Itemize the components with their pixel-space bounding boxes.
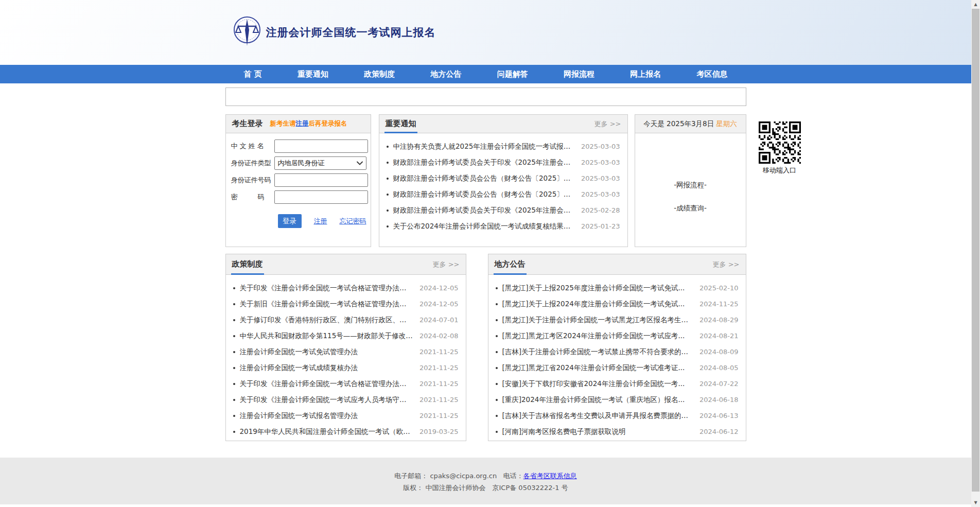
- policy-link[interactable]: 关于印发《注册会计师全国统一考试合格证管理办法》的通知: [240, 284, 413, 293]
- local-list-item: [重庆]2024年注册会计师全国统一考试（重庆地区）报名... 2024-06-…: [496, 392, 739, 408]
- notice-list-item: 财政部注册会计师考试委员会公告（财考公告〔2025〕1号... 2025-03-…: [387, 170, 620, 186]
- contact-info-link[interactable]: 各省考区联系信息: [523, 472, 577, 480]
- weekday-text: 星期六: [716, 119, 737, 128]
- local-link[interactable]: [吉林]关于吉林省报名考生交费以及申请开具报名费票据的通...: [502, 411, 693, 421]
- local-link[interactable]: [黑龙江]关于上报2025年度注册会计师全国统一考试免试...: [502, 284, 693, 293]
- score-query-link[interactable]: -成绩查询-: [635, 204, 746, 213]
- policy-date: 2024-07-01: [419, 316, 459, 324]
- local-date: 2024-06-18: [699, 396, 739, 404]
- policy-link[interactable]: 2019年中华人民共和国注册会计师全国统一考试（欧洲考区...: [240, 427, 413, 436]
- local-title: 地方公告: [495, 259, 526, 269]
- register-inline-link[interactable]: 注册: [296, 119, 309, 127]
- bullet-icon: [496, 383, 498, 385]
- policy-link[interactable]: 中华人民共和国财政部令第115号——财政部关于修改《...: [240, 331, 413, 341]
- id-number-label: 身份证件号码: [230, 176, 274, 185]
- name-input[interactable]: [274, 139, 368, 153]
- bullet-icon: [233, 287, 235, 289]
- notice-list-item: 中注协有关负责人就2025年注册会计师全国统一考试报名相... 2025-03-…: [387, 138, 620, 154]
- nav-item[interactable]: 重要通知: [297, 69, 328, 79]
- policy-link[interactable]: 关于新旧《注册会计师全国统一考试合格证管理办法》有关衔接...: [240, 300, 413, 309]
- forgot-password-link[interactable]: 忘记密码: [340, 217, 366, 226]
- local-date: 2024-06-12: [699, 428, 739, 435]
- local-list-item: [黑龙江]黑龙江考区2024年注册会计师全国统一考试应考... 2024-08-…: [496, 328, 739, 344]
- today-date: 今天是 2025年3月8日星期六: [643, 119, 737, 129]
- bullet-icon: [387, 209, 389, 212]
- local-link[interactable]: [重庆]2024年注册会计师全国统一考试（重庆地区）报名...: [502, 395, 693, 405]
- policy-more-link[interactable]: 更多 >>: [433, 260, 460, 269]
- local-link[interactable]: [黑龙江]关于上报2024年度注册会计师全国统一考试免试...: [502, 300, 693, 309]
- id-type-select[interactable]: 内地居民身份证: [274, 156, 366, 170]
- local-link[interactable]: [吉林]关于注册会计师全国统一考试禁止携带不符合要求的计...: [502, 347, 693, 357]
- policy-link[interactable]: 注册会计师全国统一考试成绩复核办法: [240, 363, 413, 373]
- policy-link[interactable]: 关于修订印发《香港特别行政区、澳门特别行政区、台湾地区居...: [240, 316, 413, 325]
- nav-item[interactable]: 网上报名: [630, 69, 661, 79]
- login-panel: 考生登录 新考生请注册后再登录报名 中 文 姓 名 身份证件类型 内地居民身份证: [225, 114, 371, 247]
- nav-item[interactable]: 考区信息: [696, 69, 727, 79]
- password-input[interactable]: [274, 190, 368, 204]
- nav-item[interactable]: 地方公告: [430, 69, 461, 79]
- local-list-item: [河南]河南考区报名费电子票据获取说明 2024-06-12: [496, 424, 739, 440]
- bullet-icon: [496, 431, 498, 433]
- bullet-icon: [496, 287, 498, 289]
- nav-item[interactable]: 首 页: [244, 69, 262, 79]
- policy-link[interactable]: 注册会计师全国统一考试免试管理办法: [240, 347, 413, 357]
- bullet-icon: [496, 367, 498, 369]
- policy-date: 2024-12-05: [419, 284, 459, 292]
- local-link[interactable]: [河南]河南考区报名费电子票据获取说明: [502, 427, 693, 436]
- notice-link[interactable]: 财政部注册会计师考试委员会公告（财考公告〔2025〕1号...: [393, 174, 575, 183]
- scrollbar-thumb[interactable]: [972, 9, 979, 492]
- policy-link[interactable]: 关于印发《注册会计师全国统一考试应考人员考场守则》的通知: [240, 395, 413, 405]
- bullet-icon: [387, 194, 389, 196]
- exam-flow-link[interactable]: -网报流程-: [635, 181, 746, 190]
- id-number-input[interactable]: [274, 173, 368, 187]
- nav-item[interactable]: 政策制度: [364, 69, 395, 79]
- bullet-icon: [233, 383, 235, 385]
- bullet-icon: [233, 303, 235, 305]
- nav-item[interactable]: 问题解答: [497, 69, 528, 79]
- policy-list-item: 中华人民共和国财政部令第115号——财政部关于修改《... 2024-02-08: [233, 328, 459, 344]
- main-nav: 首 页 重要通知 政策制度 地方公告 问题解答 网报流程 网上报名 考区信息: [0, 65, 971, 83]
- local-link[interactable]: [黑龙江]黑龙江省2024年注册会计师全国统一考试准考证...: [502, 363, 693, 373]
- local-link[interactable]: [黑龙江]黑龙江考区2024年注册会计师全国统一考试应考...: [502, 331, 693, 341]
- bullet-icon: [496, 319, 498, 321]
- bullet-icon: [496, 303, 498, 305]
- password-label: 密 码: [230, 193, 274, 202]
- notices-more-link[interactable]: 更多 >>: [594, 119, 621, 129]
- policy-link[interactable]: 关于印发《注册会计师全国统一考试合格证管理办法》的通知: [240, 379, 413, 389]
- local-link[interactable]: [黑龙江]关于注册会计师全国统一考试黑龙江考区报名考生申...: [502, 316, 693, 325]
- local-more-link[interactable]: 更多 >>: [713, 260, 740, 269]
- local-date: 2024-06-13: [699, 412, 739, 419]
- local-list-item: [黑龙江]关于上报2025年度注册会计师全国统一考试免试... 2025-02-…: [496, 280, 739, 296]
- local-link[interactable]: [安徽]关于下载打印安徽省2024年注册会计师全国统一考...: [502, 379, 693, 389]
- footer-copyright-line: 版权： 中国注册会计师协会 京ICP备 05032222-1 号: [0, 482, 971, 494]
- policy-date: 2021-11-25: [419, 396, 459, 404]
- policy-link[interactable]: 注册会计师全国统一考试报名管理办法: [240, 411, 413, 421]
- local-announcements-panel: 地方公告 更多 >> [黑龙江]关于上报2025年度注册会计师全国统一考试免试.…: [488, 254, 746, 441]
- local-date: 2024-08-29: [699, 316, 739, 324]
- local-list-item: [黑龙江]黑龙江省2024年注册会计师全国统一考试准考证... 2024-08-…: [496, 360, 739, 376]
- policy-panel: 政策制度 更多 >> 关于印发《注册会计师全国统一考试合格证管理办法》的通知 2…: [225, 254, 466, 441]
- scroll-up-arrow[interactable]: ▲: [971, 0, 980, 9]
- policy-list-item: 注册会计师全国统一考试成绩复核办法 2021-11-25: [233, 360, 459, 376]
- local-date: 2024-07-22: [699, 380, 739, 388]
- notice-list-item: 财政部注册会计师考试委员会关于印发《2025年注册会计师... 2025-03-…: [387, 154, 620, 170]
- notice-link[interactable]: 关于公布2024年注册会计师全国统一考试成绩复核结果的公...: [393, 222, 575, 231]
- title-accent: [494, 273, 527, 275]
- scroll-down-arrow[interactable]: ▼: [971, 498, 980, 507]
- qr-caption: 移动端入口: [754, 166, 806, 175]
- login-button[interactable]: 登录: [278, 214, 302, 228]
- notice-link[interactable]: 财政部注册会计师考试委员会公告（财考公告〔2025〕2号...: [393, 190, 575, 199]
- policy-date: 2021-11-25: [419, 412, 459, 419]
- nav-item[interactable]: 网报流程: [564, 69, 594, 79]
- register-link[interactable]: 注册: [314, 217, 327, 226]
- notice-date: 2025-03-03: [581, 190, 620, 198]
- cicpa-logo-icon: [233, 16, 261, 49]
- qr-code: [759, 121, 801, 164]
- notice-link[interactable]: 财政部注册会计师考试委员会关于印发《2025年注册会计师...: [393, 206, 575, 215]
- notice-link[interactable]: 中注协有关负责人就2025年注册会计师全国统一考试报名相...: [393, 142, 575, 151]
- bullet-icon: [496, 351, 498, 353]
- local-date: 2024-11-25: [699, 300, 739, 308]
- bullet-icon: [387, 146, 389, 148]
- notice-link[interactable]: 财政部注册会计师考试委员会关于印发《2025年注册会计师...: [393, 158, 575, 167]
- footer-contact-line: 电子邮箱： cpaks@cicpa.org.cn 电话：各省考区联系信息: [0, 470, 971, 482]
